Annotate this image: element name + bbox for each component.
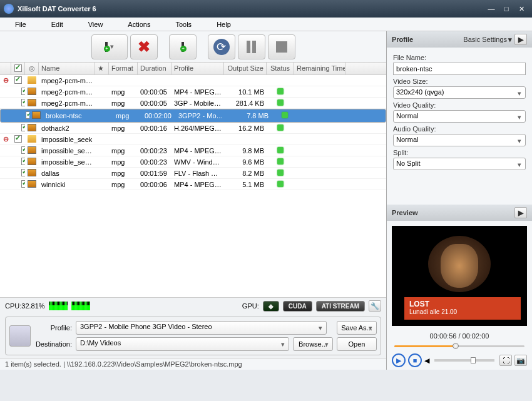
stop-button[interactable] — [268, 34, 295, 59]
file-icon — [28, 146, 36, 154]
fullscreen-button[interactable]: ⛶ — [499, 355, 512, 366]
table-row[interactable]: dallasmpg00:01:59FLV - Flash Vid...8.2 M… — [0, 168, 386, 179]
menu-actions[interactable]: Actions — [115, 21, 163, 28]
videosize-select[interactable]: 320x240 (qvga) — [393, 86, 526, 99]
destination-select[interactable]: D:\My Videos — [76, 337, 289, 351]
profile-mode[interactable]: Basic Settings — [463, 36, 507, 43]
table-row[interactable]: broken-ntscmpg00:02:003GPP2 - Mobil...7.… — [0, 109, 386, 123]
row-checkbox[interactable] — [21, 169, 25, 176]
cell-output: 9.8 MB — [224, 146, 267, 156]
table-row[interactable]: mpeg2-pcm-mis...mpg00:00:05MP4 - MPEG-4 … — [0, 86, 386, 98]
convert-button[interactable]: ⟳ — [208, 34, 235, 59]
preview-controls: ▶ ■ ◀ ⛶ 📷 — [387, 351, 532, 370]
table-row[interactable]: impossible_seek...mpg00:00:23MP4 - MPEG-… — [0, 145, 386, 156]
filename-input[interactable] — [393, 63, 526, 75]
status-led-icon — [277, 158, 284, 165]
status-led-icon — [282, 112, 288, 118]
row-checkbox[interactable] — [26, 111, 29, 119]
preview-banner: LOST Lunadi alle 21.00 — [404, 297, 521, 320]
row-checkbox[interactable] — [14, 76, 22, 84]
col-name[interactable]: Name — [39, 63, 95, 74]
cell-format: mpg — [109, 87, 138, 97]
app-icon — [4, 4, 14, 14]
snapshot-button[interactable]: 📷 — [514, 355, 527, 366]
check-all[interactable] — [14, 64, 22, 72]
file-icon — [32, 111, 41, 119]
cuda-badge: CUDA — [283, 301, 312, 312]
file-icon — [28, 169, 36, 176]
grid-header: ◎ Name ★ Format Duration Profile Output … — [0, 63, 386, 75]
table-row[interactable]: winnickimpg00:00:06MP4 - MPEG-4 ...5.1 M… — [0, 179, 386, 190]
row-checkbox[interactable] — [14, 135, 22, 143]
folder-icon — [28, 135, 36, 143]
preview-seek-slider[interactable] — [394, 342, 524, 350]
preview-expand-button[interactable]: ▶ — [514, 207, 527, 218]
speaker-icon[interactable]: ◀ — [424, 357, 429, 365]
col-duration[interactable]: Duration — [138, 63, 171, 74]
cell-format: mpg — [109, 180, 138, 190]
preview-video[interactable]: LOST Lunadi alle 21.00 — [392, 226, 527, 326]
menu-edit[interactable]: Edit — [39, 21, 76, 28]
cell-format: mpg — [109, 123, 138, 133]
cell-duration: 00:00:06 — [138, 180, 171, 190]
play-button[interactable]: ▶ — [392, 353, 406, 367]
split-select[interactable]: No Split — [393, 158, 526, 170]
browse-button[interactable]: Browse... — [293, 337, 333, 351]
menu-help[interactable]: Help — [204, 21, 243, 28]
row-checkbox[interactable] — [21, 158, 25, 165]
cell-name: broken-ntsc — [43, 111, 100, 121]
menu-view[interactable]: View — [76, 21, 116, 28]
table-group-row[interactable]: ⊖impossible_seek — [0, 134, 386, 145]
profile-select[interactable]: 3GPP2 - Mobile Phone 3GP Video - Stereo — [76, 321, 327, 335]
status-led-icon — [277, 124, 284, 131]
collapse-icon[interactable]: ⊖ — [3, 135, 9, 143]
col-profile[interactable]: Profile — [171, 63, 224, 74]
row-checkbox[interactable] — [21, 124, 25, 131]
cell-duration — [138, 79, 171, 82]
cell-profile — [171, 138, 224, 141]
table-row[interactable]: mpeg2-pcm-mis...mpg00:00:053GP - Mobile … — [0, 98, 386, 109]
table-row[interactable]: dothack2mpg00:00:16H.264/MPEG4 ...16.2 M… — [0, 123, 386, 134]
delete-button[interactable]: ✖ — [130, 34, 158, 59]
file-icon — [28, 124, 36, 131]
cell-name: mpeg2-pcm-mis... — [39, 76, 95, 86]
row-checkbox[interactable] — [21, 146, 25, 154]
close-button[interactable]: ✕ — [514, 3, 528, 14]
col-output[interactable]: Output Size — [224, 63, 267, 74]
cell-format: mpg — [113, 111, 142, 121]
cell-profile: 3GP - Mobile P... — [171, 98, 224, 108]
menu-file[interactable]: File — [3, 21, 39, 28]
add-profile-button[interactable]: + — [169, 34, 197, 59]
file-icon — [28, 158, 36, 165]
profile-expand-button[interactable]: ▶ — [514, 34, 527, 45]
col-format[interactable]: Format — [109, 63, 138, 74]
row-checkbox[interactable] — [21, 88, 25, 95]
table-group-row[interactable]: ⊖mpeg2-pcm-mis... — [0, 75, 386, 86]
add-file-button[interactable]: +▾ — [91, 34, 128, 59]
file-grid[interactable]: ◎ Name ★ Format Duration Profile Output … — [0, 63, 386, 297]
settings-button[interactable]: 🔧 — [369, 300, 381, 312]
row-checkbox[interactable] — [21, 99, 25, 106]
preview-stop-button[interactable]: ■ — [408, 353, 422, 367]
videoquality-select[interactable]: Normal — [393, 110, 526, 123]
volume-slider[interactable] — [434, 359, 494, 362]
col-status[interactable]: Status — [267, 63, 294, 74]
cell-duration: 00:00:05 — [138, 98, 171, 108]
cell-output: 5.1 MB — [224, 180, 267, 190]
col-remaining[interactable]: Remaining Time — [294, 63, 345, 74]
menu-tools[interactable]: Tools — [163, 21, 204, 28]
row-checkbox[interactable] — [21, 180, 25, 188]
maximize-button[interactable]: □ — [499, 3, 513, 14]
preview-panel-header: Preview ▶ — [387, 205, 532, 221]
open-button[interactable]: Open — [337, 337, 377, 351]
pause-button[interactable] — [238, 34, 265, 59]
collapse-icon[interactable]: ⊖ — [3, 76, 9, 84]
minimize-button[interactable]: — — [484, 3, 498, 14]
cell-profile — [171, 79, 224, 82]
table-row[interactable]: impossible_seek...mpg00:00:23WMV - Windo… — [0, 156, 386, 168]
cell-output: 281.4 KB — [224, 98, 267, 108]
cell-profile: MP4 - MPEG-4 ... — [171, 146, 224, 156]
audioquality-select[interactable]: Normal — [393, 134, 526, 146]
save-as-button[interactable]: Save As... — [337, 321, 377, 335]
menubar: File Edit View Actions Tools Help — [0, 18, 532, 31]
